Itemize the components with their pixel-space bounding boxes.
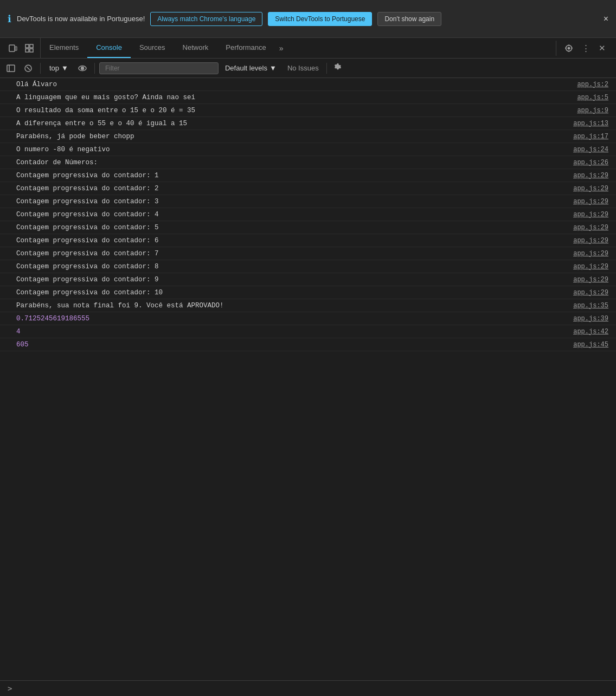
console-source-link[interactable]: app.js:29 [573,185,608,192]
console-row: Contagem progressiva do contador: 4app.j… [0,208,616,221]
svg-point-11 [81,67,84,69]
dont-show-again-button[interactable]: Don't show again [377,12,441,26]
svg-rect-6 [7,65,15,72]
console-message: Contador de Números: [16,159,562,166]
console-input[interactable] [16,685,608,693]
settings-icon[interactable] [561,41,577,55]
console-message: Parabéns, já pode beber chopp [16,133,562,140]
console-message: 0.7125245619186555 [16,315,562,323]
console-message: A diferença entre o 55 e o 40 é igual a … [16,120,562,127]
console-row: Contagem progressiva do contador: 9app.j… [0,273,616,286]
console-message: Contagem progressiva do contador: 10 [16,289,562,297]
toolbar-separator-1 [40,63,41,74]
console-message: A linguagem que eu mais gosto? Ainda nao… [16,94,566,101]
console-row: 0.7125245619186555app.js:39 [0,312,616,325]
console-message: O numero -80 é negativo [16,146,562,153]
log-levels-button[interactable]: Default levels ▼ [221,62,281,74]
toolbar-separator-3 [326,63,327,74]
chevron-down-icon: ▼ [270,64,277,72]
notification-bar: ℹ DevTools is now available in Portugues… [0,0,616,38]
console-source-link[interactable]: app.js:42 [573,328,608,336]
issues-count: No Issues [283,64,323,72]
console-source-link[interactable]: app.js:29 [573,289,608,297]
console-row: Contagem progressiva do contador: 1app.j… [0,169,616,182]
console-message: Olá Álvaro [16,81,566,88]
console-message: Contagem progressiva do contador: 9 [16,276,562,283]
console-source-link[interactable]: app.js:29 [573,237,608,244]
console-source-link[interactable]: app.js:29 [573,224,608,231]
console-source-link[interactable]: app.js:29 [573,276,608,283]
console-source-link[interactable]: app.js:35 [573,302,608,310]
more-options-icon[interactable]: ⋮ [578,41,594,56]
toolbar-separator-2 [94,63,95,74]
console-row: Contador de Números:app.js:26 [0,156,616,169]
filter-input[interactable] [99,62,219,74]
console-row: Contagem progressiva do contador: 2app.j… [0,182,616,195]
device-toolbar-icon[interactable] [5,42,21,55]
tab-elements[interactable]: Elements [41,38,87,58]
svg-rect-3 [30,44,33,48]
sidebar-toggle-button[interactable] [3,62,18,75]
always-match-button[interactable]: Always match Chrome's language [150,12,262,26]
console-source-link[interactable]: app.js:29 [573,250,608,257]
tab-network[interactable]: Network [174,38,217,58]
console-source-link[interactable]: app.js:29 [573,172,608,179]
console-source-link[interactable]: app.js:24 [573,146,608,153]
console-message: Contagem progressiva do contador: 7 [16,250,562,257]
tab-console[interactable]: Console [87,38,131,58]
console-source-link[interactable]: app.js:26 [573,159,608,166]
console-source-link[interactable]: app.js:45 [573,341,608,349]
switch-portuguese-button[interactable]: Switch DevTools to Portuguese [268,12,372,26]
eye-icon[interactable] [75,62,90,75]
inspect-element-icon[interactable] [22,42,37,55]
console-message: Parabéns, sua nota final foi 9. Você est… [16,302,562,310]
close-notification-button[interactable]: × [604,15,608,23]
console-row: O numero -80 é negativoapp.js:24 [0,143,616,156]
console-source-link[interactable]: app.js:13 [573,120,608,127]
info-icon: ℹ [8,13,11,25]
tab-bar: Elements Console Sources Network Perform… [0,38,616,59]
tab-performance[interactable]: Performance [217,38,274,58]
console-message: Contagem progressiva do contador: 1 [16,172,562,179]
console-row: Contagem progressiva do contador: 6app.j… [0,234,616,247]
console-prompt-icon: > [8,684,12,693]
clear-console-button[interactable] [21,62,36,75]
context-selector[interactable]: top ▼ [45,62,73,74]
console-message: 605 [16,341,562,349]
console-row: Contagem progressiva do contador: 3app.j… [0,195,616,208]
console-row: Parabéns, sua nota final foi 9. Você est… [0,299,616,312]
console-row: Contagem progressiva do contador: 7app.j… [0,247,616,260]
svg-line-9 [27,67,30,70]
tab-bar-actions: ⋮ ✕ [556,41,614,56]
console-message: Contagem progressiva do contador: 4 [16,211,562,218]
console-row: O resultado da soma entre o 15 e o 20 é … [0,104,616,117]
console-row: Contagem progressiva do contador: 8app.j… [0,260,616,273]
tab-sources[interactable]: Sources [131,38,174,58]
console-source-link[interactable]: app.js:9 [577,107,608,114]
console-source-link[interactable]: app.js:39 [573,315,608,323]
console-row: Parabéns, já pode beber choppapp.js:17 [0,130,616,143]
tabs-container: Elements Console Sources Network Perform… [41,38,556,58]
console-row: Olá Álvaroapp.js:2 [0,78,616,91]
console-source-link[interactable]: app.js:29 [573,198,608,205]
tab-icons-group [2,38,41,58]
console-row: Contagem progressiva do contador: 10app.… [0,286,616,299]
console-output: Olá Álvaroapp.js:2A linguagem que eu mai… [0,78,616,680]
console-source-link[interactable]: app.js:29 [573,263,608,270]
console-row: Contagem progressiva do contador: 5app.j… [0,221,616,234]
svg-rect-5 [30,49,33,52]
console-message: Contagem progressiva do contador: 6 [16,237,562,244]
console-source-link[interactable]: app.js:2 [577,81,608,88]
console-message: Contagem progressiva do contador: 8 [16,263,562,270]
console-source-link[interactable]: app.js:29 [573,211,608,218]
svg-rect-1 [15,47,17,50]
issues-settings-icon[interactable] [330,61,345,75]
console-input-row: > [0,680,616,696]
more-tabs-button[interactable]: » [275,42,288,55]
console-message: 4 [16,328,562,336]
console-row: A linguagem que eu mais gosto? Ainda nao… [0,91,616,104]
console-source-link[interactable]: app.js:5 [577,94,608,101]
close-devtools-button[interactable]: ✕ [595,41,609,56]
console-row: A diferença entre o 55 e o 40 é igual a … [0,117,616,130]
console-source-link[interactable]: app.js:17 [573,133,608,140]
